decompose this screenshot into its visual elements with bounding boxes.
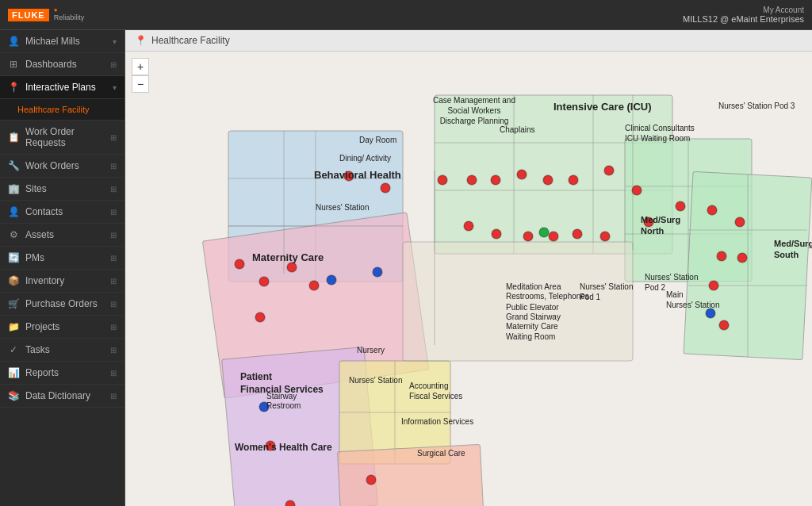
svg-point-49 bbox=[735, 217, 745, 227]
svg-point-53 bbox=[309, 281, 319, 290]
user-icon: 👤 bbox=[8, 36, 19, 47]
svg-point-30 bbox=[381, 183, 390, 193]
purchase-orders-icon: 🛒 bbox=[8, 298, 19, 309]
sidebar-item-pms[interactable]: 🔄 PMs ⊞ bbox=[0, 247, 124, 270]
svg-point-50 bbox=[235, 259, 244, 269]
account-info: My Account MILLS12 @ eMaint Enterprises bbox=[683, 6, 804, 24]
sidebar: 👤 Michael Mills ▾ ⊞ Dashboards ⊞ 📍 Inter… bbox=[0, 30, 125, 506]
main-layout: 👤 Michael Mills ▾ ⊞ Dashboards ⊞ 📍 Inter… bbox=[0, 30, 812, 506]
inventory-icon: 📦 bbox=[8, 275, 19, 286]
svg-point-56 bbox=[255, 312, 265, 322]
work-orders-icon: 🔧 bbox=[8, 160, 19, 171]
page-title: Healthcare Facility bbox=[151, 35, 230, 46]
svg-rect-24 bbox=[403, 242, 633, 361]
sidebar-user[interactable]: 👤 Michael Mills ▾ bbox=[0, 30, 124, 53]
svg-point-45 bbox=[632, 186, 642, 195]
content-area: 📍 Healthcare Facility + − bbox=[125, 30, 812, 506]
sidebar-item-sites[interactable]: 🏢 Sites ⊞ bbox=[0, 178, 124, 201]
svg-point-46 bbox=[676, 201, 685, 211]
svg-point-59 bbox=[709, 281, 718, 290]
svg-point-43 bbox=[600, 232, 610, 241]
sidebar-item-interactive-plans[interactable]: 📍 Interactive Plans ▾ bbox=[0, 76, 124, 99]
sidebar-item-data-dictionary[interactable]: 📚 Data Dictionary ⊞ bbox=[0, 385, 124, 408]
pms-icon: 🔄 bbox=[8, 252, 19, 263]
sidebar-item-dashboards[interactable]: ⊞ Dashboards ⊞ bbox=[0, 53, 124, 76]
svg-point-38 bbox=[464, 221, 473, 231]
sidebar-item-reports[interactable]: 📊 Reports ⊞ bbox=[0, 362, 124, 385]
fluke-logo: FLUKE bbox=[8, 9, 49, 21]
svg-point-36 bbox=[569, 175, 578, 185]
svg-point-32 bbox=[467, 175, 477, 185]
content-header: 📍 Healthcare Facility bbox=[125, 30, 812, 52]
zoom-out-button[interactable]: − bbox=[132, 75, 149, 93]
location-icon: 📍 bbox=[135, 35, 147, 46]
contacts-icon: 👤 bbox=[8, 206, 19, 217]
svg-point-54 bbox=[327, 275, 336, 285]
sidebar-item-work-orders[interactable]: 🔧 Work Orders ⊞ bbox=[0, 155, 124, 178]
sidebar-item-healthcare-facility[interactable]: Healthcare Facility bbox=[0, 99, 124, 121]
svg-point-48 bbox=[707, 205, 717, 215]
svg-point-58 bbox=[737, 253, 747, 263]
assets-icon: ⚙ bbox=[8, 229, 19, 240]
zoom-in-button[interactable]: + bbox=[132, 58, 149, 75]
svg-point-39 bbox=[492, 229, 501, 239]
sidebar-item-assets[interactable]: ⚙ Assets ⊞ bbox=[0, 224, 124, 247]
tasks-icon: ✓ bbox=[8, 344, 19, 355]
sidebar-item-inventory[interactable]: 📦 Inventory ⊞ bbox=[0, 270, 124, 293]
sidebar-item-work-order-requests[interactable]: 📋 Work Order Requests ⊞ bbox=[0, 121, 124, 155]
svg-point-31 bbox=[438, 175, 447, 185]
dashboards-icon: ⊞ bbox=[8, 59, 19, 70]
svg-point-64 bbox=[285, 500, 295, 506]
zoom-controls: + − bbox=[132, 58, 149, 93]
projects-icon: 📁 bbox=[8, 321, 19, 332]
svg-point-55 bbox=[373, 267, 382, 277]
map-area[interactable]: + − bbox=[125, 52, 812, 506]
reports-icon: 📊 bbox=[8, 367, 19, 378]
svg-point-65 bbox=[366, 475, 376, 485]
svg-point-29 bbox=[344, 171, 354, 181]
svg-point-51 bbox=[259, 277, 269, 286]
svg-point-40 bbox=[523, 232, 533, 241]
floor-plan-svg bbox=[125, 52, 812, 506]
svg-point-52 bbox=[287, 263, 297, 272]
sidebar-item-projects[interactable]: 📁 Projects ⊞ bbox=[0, 316, 124, 339]
svg-point-42 bbox=[573, 229, 582, 239]
svg-point-35 bbox=[543, 175, 553, 185]
svg-point-33 bbox=[491, 175, 500, 185]
work-order-requests-icon: 📋 bbox=[8, 132, 19, 143]
svg-point-34 bbox=[517, 170, 527, 179]
sidebar-item-tasks[interactable]: ✓ Tasks ⊞ bbox=[0, 339, 124, 362]
svg-point-44 bbox=[539, 228, 549, 237]
interactive-plans-icon: 📍 bbox=[8, 82, 19, 93]
top-bar: FLUKE ● Reliability My Account MILLS12 @… bbox=[0, 0, 812, 30]
svg-point-37 bbox=[604, 166, 614, 175]
svg-rect-23 bbox=[338, 444, 485, 506]
svg-point-61 bbox=[719, 320, 729, 330]
svg-point-60 bbox=[706, 309, 715, 318]
svg-point-62 bbox=[259, 402, 269, 412]
logo-area: FLUKE ● Reliability bbox=[8, 7, 84, 22]
sidebar-item-contacts[interactable]: 👤 Contacts ⊞ bbox=[0, 201, 124, 224]
svg-point-47 bbox=[644, 217, 653, 227]
svg-point-41 bbox=[549, 232, 558, 241]
svg-point-57 bbox=[717, 251, 726, 261]
svg-point-63 bbox=[266, 441, 275, 450]
data-dictionary-icon: 📚 bbox=[8, 390, 19, 401]
sidebar-item-purchase-orders[interactable]: 🛒 Purchase Orders ⊞ bbox=[0, 293, 124, 316]
sites-icon: 🏢 bbox=[8, 183, 19, 194]
